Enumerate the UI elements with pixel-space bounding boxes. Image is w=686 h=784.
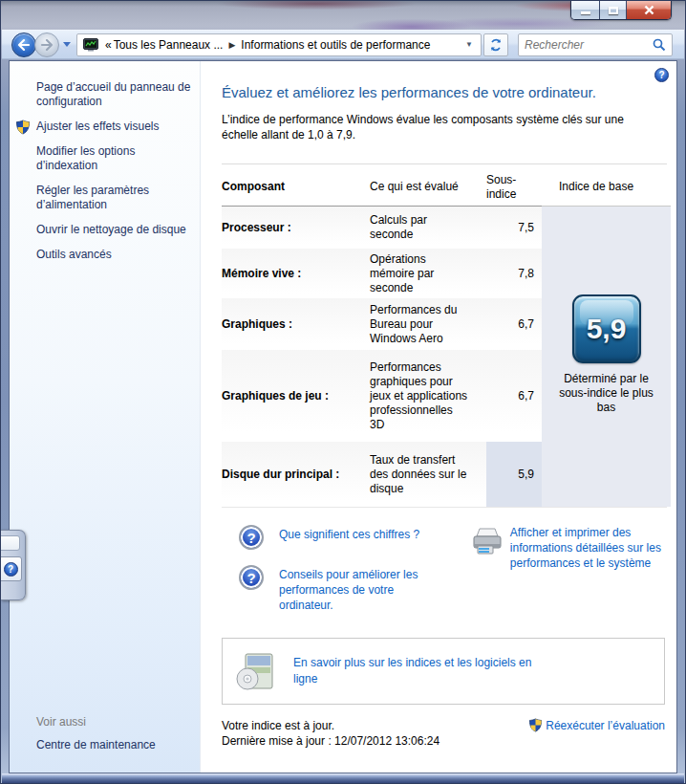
help-links-section: ? Que signifient ces chiffres ? ? Consei… xyxy=(222,525,667,628)
evaluated-text: Performances graphiques pour jeux et app… xyxy=(370,360,469,432)
row-memory-component: Mémoire vive : xyxy=(222,249,370,298)
print-details-link[interactable]: Afficher et imprimer des informations dé… xyxy=(470,525,667,628)
breadcrumb-separator-icon[interactable]: ▶ xyxy=(223,40,241,50)
sidebar-item-label: Page d’accueil du panneau de configurati… xyxy=(36,80,190,108)
window: « Tous les Panneaux ... ▶ Informations e… xyxy=(0,0,686,784)
search-icon[interactable] xyxy=(653,38,666,52)
uac-shield-icon xyxy=(528,718,543,732)
row-primary-disk-evaluated: Taux de transfert des données sur le dis… xyxy=(370,442,486,507)
main-panel: ? Évaluez et améliorez les performances … xyxy=(201,61,676,773)
evaluated-text: Calculs par seconde xyxy=(370,213,469,242)
row-processor-evaluated: Calculs par seconde xyxy=(370,207,486,249)
evaluated-text: Taux de transfert des données sur le dis… xyxy=(370,453,469,496)
status-last-update: Dernière mise à jour : 12/07/2012 13:06:… xyxy=(222,733,439,749)
back-arrow-icon xyxy=(17,39,31,51)
row-gaming-graphics-score: 6,7 xyxy=(486,350,542,442)
row-primary-disk-score: 5,9 xyxy=(486,442,542,507)
sidebar: Page d’accueil du panneau de configurati… xyxy=(10,61,201,773)
column-header-component: Composant xyxy=(222,168,370,207)
column-header-evaluated: Ce qui est évalué xyxy=(370,168,486,207)
help-icon: ? xyxy=(4,562,18,577)
software-box-icon xyxy=(236,650,276,692)
link-learn-more[interactable]: En savoir plus sur les indices et les lo… xyxy=(293,655,532,687)
windows-experience-index-badge: 5,9 xyxy=(572,294,641,363)
maximize-icon xyxy=(609,7,618,14)
sidebar-item-action-center[interactable]: Centre de maintenance xyxy=(36,738,192,751)
row-gaming-graphics-evaluated: Performances graphiques pour jeux et app… xyxy=(370,350,486,442)
background-window-help-button[interactable]: ? xyxy=(1,556,22,581)
maximize-button[interactable] xyxy=(600,1,627,19)
sidebar-item-label: Régler les paramètres d’alimentation xyxy=(36,184,149,211)
link-label[interactable]: Que signifient ces chiffres ? xyxy=(279,525,419,542)
page-title: Évaluez et améliorez les performances de… xyxy=(222,84,667,100)
sidebar-item-indexing-options[interactable]: Modifier les options d’indexation xyxy=(36,144,199,173)
close-button[interactable] xyxy=(627,1,671,19)
base-score-cell: 5,9 Déterminé par le sous-indice le plus… xyxy=(542,207,671,507)
caption-button-group xyxy=(570,1,672,20)
column-header-base-score: Indice de base xyxy=(542,168,671,207)
row-gaming-graphics-component: Graphiques de jeu : xyxy=(222,350,370,442)
search-box[interactable] xyxy=(518,33,673,56)
performance-monitor-icon xyxy=(83,38,98,52)
sidebar-item-label: Ouvrir le nettoyage de disque xyxy=(36,223,186,236)
evaluated-text: Performances du Bureau pour Windows Aero xyxy=(370,303,469,346)
help-button[interactable]: ? xyxy=(654,68,669,82)
link-improve-tips[interactable]: ? Conseils pour améliorer les performanc… xyxy=(239,565,470,613)
breadcrumb-item-panels[interactable]: Tous les Panneaux ... xyxy=(114,38,224,52)
address-bar[interactable]: « Tous les Panneaux ... ▶ Informations e… xyxy=(76,33,482,56)
status-up-to-date: Votre indice est à jour. xyxy=(222,718,439,733)
sidebar-item-disk-cleanup[interactable]: Ouvrir le nettoyage de disque xyxy=(36,223,199,237)
performance-table: Composant Ce qui est évalué Sous-indice … xyxy=(222,163,667,508)
see-also-header: Voir aussi xyxy=(36,715,192,729)
window-body: Page d’accueil du panneau de configurati… xyxy=(9,60,677,773)
row-graphics-score: 6,7 xyxy=(486,298,542,350)
row-processor-score: 7,5 xyxy=(486,207,542,249)
row-graphics-component: Graphiques : xyxy=(222,298,370,350)
sidebar-task-list: Page d’accueil du panneau de configurati… xyxy=(36,80,192,272)
column-header-subscore: Sous-indice xyxy=(486,168,542,207)
learn-more-box: En savoir plus sur les indices et les lo… xyxy=(222,638,665,705)
row-processor-component: Processeur : xyxy=(222,207,370,249)
link-label[interactable]: Afficher et imprimer des informations dé… xyxy=(510,525,667,571)
refresh-button[interactable] xyxy=(483,33,508,56)
question-mark-icon: ? xyxy=(239,565,264,590)
link-label[interactable]: Réexécuter l’évaluation xyxy=(546,719,665,732)
base-score-value: 5,9 xyxy=(587,313,627,345)
address-dropdown-icon[interactable]: ▼ xyxy=(461,40,477,49)
rerun-assessment-link[interactable]: Réexécuter l’évaluation xyxy=(528,718,665,732)
search-input[interactable] xyxy=(525,38,653,52)
row-graphics-evaluated: Performances du Bureau pour Windows Aero xyxy=(370,298,486,350)
background-window-fragment[interactable]: ? xyxy=(1,530,26,600)
breadcrumb-overflow[interactable]: « xyxy=(103,38,114,52)
sidebar-item-power-settings[interactable]: Régler les paramètres d’alimentation xyxy=(36,184,199,212)
background-window-control xyxy=(1,535,20,551)
sidebar-item-label: Outils avancés xyxy=(36,248,112,261)
evaluated-text: Opérations mémoire par seconde xyxy=(370,252,469,295)
sidebar-item-control-panel-home[interactable]: Page d’accueil du panneau de configurati… xyxy=(36,80,199,109)
recent-pages-dropdown-icon[interactable] xyxy=(63,42,71,47)
row-primary-disk-component: Disque dur principal : xyxy=(222,442,370,507)
sidebar-item-adjust-visual-effects[interactable]: Ajuster les effets visuels xyxy=(36,120,199,134)
sidebar-item-label: Modifier les options d’indexation xyxy=(36,144,135,172)
row-memory-score: 7,8 xyxy=(486,249,542,298)
breadcrumb-item-performance[interactable]: Informations et outils de performance xyxy=(241,38,430,52)
link-what-do-numbers-mean[interactable]: ? Que signifient ces chiffres ? xyxy=(239,525,470,550)
page-description: L’indice de performance Windows évalue l… xyxy=(222,112,654,142)
question-mark-icon: ? xyxy=(239,525,264,550)
sidebar-see-also-section: Voir aussi Centre de maintenance xyxy=(36,715,192,751)
forward-button[interactable] xyxy=(34,33,59,57)
minimize-button[interactable] xyxy=(571,1,600,19)
sidebar-item-advanced-tools[interactable]: Outils avancés xyxy=(36,248,199,262)
refresh-icon xyxy=(489,38,503,52)
base-score-caption: Déterminé par le sous-indice le plus bas xyxy=(553,372,660,415)
back-button[interactable] xyxy=(11,33,36,57)
forward-arrow-icon xyxy=(40,39,54,51)
sidebar-item-label: Ajuster les effets visuels xyxy=(36,120,160,133)
uac-shield-icon xyxy=(15,120,31,135)
link-label[interactable]: Conseils pour améliorer les performances… xyxy=(279,565,447,613)
navigation-bar: « Tous les Panneaux ... ▶ Informations e… xyxy=(2,30,684,59)
printer-icon xyxy=(470,527,504,557)
status-section: Votre indice est à jour. Dernière mise à… xyxy=(222,718,665,749)
index-status: Votre indice est à jour. Dernière mise à… xyxy=(222,718,439,749)
minimize-icon xyxy=(581,11,590,14)
